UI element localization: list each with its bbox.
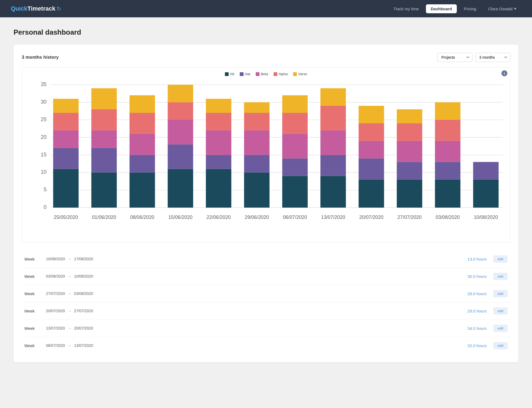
nav-user[interactable]: Clara Oswald ▾ bbox=[483, 4, 521, 13]
projects-select[interactable]: Projects bbox=[437, 53, 472, 62]
page-title: Personal dashboard bbox=[14, 28, 518, 37]
bar-verso-5 bbox=[244, 102, 270, 113]
brand-icon: ↻ bbox=[57, 5, 61, 12]
svg-text:15/06/2020: 15/06/2020 bbox=[168, 215, 192, 220]
week-dates-2: 27/07/2020 → 03/08/2020 bbox=[46, 291, 461, 296]
legend-beta-label: Beta bbox=[261, 72, 268, 76]
nav-links: Track my time Dashboard Pricing Clara Os… bbox=[389, 4, 521, 13]
bar-beta-2 bbox=[130, 134, 155, 155]
week-label-1: Week bbox=[24, 274, 46, 279]
week-edit-button-5[interactable]: edit bbox=[493, 342, 508, 349]
svg-text:03/08/2020: 03/08/2020 bbox=[436, 215, 460, 220]
brand-timetrack: Timetrack bbox=[27, 5, 55, 12]
svg-text:20: 20 bbox=[41, 134, 47, 140]
nav-pricing[interactable]: Pricing bbox=[459, 4, 481, 13]
svg-text:10/08/2020: 10/08/2020 bbox=[474, 215, 498, 220]
svg-text:20/07/2020: 20/07/2020 bbox=[359, 215, 383, 220]
nav-dashboard[interactable]: Dashboard bbox=[426, 4, 457, 13]
bar-beta-0 bbox=[53, 130, 78, 148]
svg-text:0: 0 bbox=[44, 204, 47, 210]
months-select[interactable]: 3 months 1 month 6 months bbox=[475, 53, 510, 62]
bar-hat-8 bbox=[359, 159, 384, 180]
bar-verso-3 bbox=[168, 85, 193, 102]
bar-hat-4 bbox=[206, 155, 231, 169]
bar-hat-9 bbox=[397, 162, 422, 180]
bar-beta-9 bbox=[397, 141, 422, 162]
bar-alpha-9 bbox=[397, 123, 422, 141]
svg-text:30: 30 bbox=[41, 99, 47, 105]
card-title: 3 months history bbox=[22, 55, 59, 60]
bar-hit-5 bbox=[244, 173, 270, 208]
svg-text:25/05/2020: 25/05/2020 bbox=[54, 215, 78, 220]
bar-hit-4 bbox=[206, 169, 231, 208]
week-edit-button-0[interactable]: edit bbox=[493, 255, 508, 263]
legend-hit: Hit bbox=[225, 72, 234, 76]
svg-text:22/06/2020: 22/06/2020 bbox=[206, 215, 231, 220]
week-edit-button-3[interactable]: edit bbox=[493, 307, 508, 315]
legend-alpha-label: Alpha bbox=[279, 72, 288, 76]
bar-alpha-3 bbox=[168, 102, 193, 120]
svg-text:25: 25 bbox=[41, 116, 47, 122]
week-dates-5: 06/07/2020 → 13/07/2020 bbox=[46, 343, 461, 348]
week-hours-0: 13.0 hours bbox=[461, 257, 493, 261]
bar-hit-2 bbox=[130, 173, 155, 208]
legend-verso-label: Verso bbox=[298, 72, 307, 76]
bar-beta-4 bbox=[206, 130, 231, 155]
week-label-4: Week bbox=[24, 326, 46, 331]
bar-beta-1 bbox=[91, 130, 117, 148]
bar-hit-9 bbox=[397, 180, 422, 208]
legend-beta-color bbox=[256, 72, 260, 76]
week-edit-button-4[interactable]: edit bbox=[493, 325, 508, 332]
week-hours-4: 34.0 hours bbox=[461, 326, 493, 331]
select-group: Projects 3 months 1 month 6 months bbox=[437, 53, 510, 62]
bar-beta-7 bbox=[320, 130, 346, 155]
bar-hit-6 bbox=[282, 176, 308, 208]
card-header: 3 months history Projects 3 months 1 mon… bbox=[22, 53, 510, 62]
bar-alpha-6 bbox=[282, 113, 308, 134]
nav-track-my-time[interactable]: Track my time bbox=[389, 4, 424, 13]
brand-quick: Quick bbox=[11, 5, 27, 12]
main-content: Personal dashboard 3 months history Proj… bbox=[0, 17, 532, 373]
bar-verso-0 bbox=[53, 99, 78, 113]
week-edit-button-1[interactable]: edit bbox=[493, 273, 508, 280]
bar-hat-7 bbox=[320, 155, 346, 176]
bar-chart: 0 5 10 15 20 25 30 35 bbox=[25, 80, 507, 238]
legend-hat-label: Hat bbox=[245, 72, 250, 76]
history-card: 3 months history Projects 3 months 1 mon… bbox=[14, 45, 518, 362]
week-dates-1: 03/08/2020 → 10/08/2020 bbox=[46, 274, 461, 278]
legend-alpha-color bbox=[274, 72, 277, 76]
bar-verso-1 bbox=[91, 88, 117, 109]
bar-hit-10 bbox=[435, 180, 460, 208]
svg-text:13/07/2020: 13/07/2020 bbox=[321, 215, 345, 220]
bar-hat-5 bbox=[244, 155, 270, 173]
table-row: Week 13/07/2020 → 20/07/2020 34.0 hours … bbox=[22, 320, 510, 337]
bar-hat-6 bbox=[282, 159, 308, 176]
week-hours-2: 28.0 hours bbox=[461, 291, 493, 296]
bar-verso-2 bbox=[130, 95, 155, 113]
week-label-3: Week bbox=[24, 309, 46, 313]
table-row: Week 20/07/2020 → 27/07/2020 29.0 hours … bbox=[22, 302, 510, 320]
bar-verso-9 bbox=[397, 109, 422, 123]
week-label-0: Week bbox=[24, 257, 46, 261]
table-row: Week 06/07/2020 → 13/07/2020 32.0 hours … bbox=[22, 337, 510, 354]
bar-verso-10 bbox=[435, 102, 460, 120]
bar-hat-3 bbox=[168, 144, 193, 169]
bar-hat-1 bbox=[91, 148, 117, 173]
week-edit-button-2[interactable]: edit bbox=[493, 290, 508, 297]
nav-user-name: Clara Oswald bbox=[488, 6, 513, 11]
bar-hat-0 bbox=[53, 148, 78, 169]
week-hours-3: 29.0 hours bbox=[461, 309, 493, 313]
legend-hat-color bbox=[240, 72, 244, 76]
week-dates-4: 13/07/2020 → 20/07/2020 bbox=[46, 326, 461, 330]
svg-text:27/07/2020: 27/07/2020 bbox=[398, 215, 422, 220]
bar-beta-10 bbox=[435, 141, 460, 162]
bar-alpha-10 bbox=[435, 120, 460, 141]
info-icon[interactable]: i bbox=[501, 70, 507, 76]
week-label-5: Week bbox=[24, 343, 46, 348]
navbar: Quick Timetrack ↻ Track my time Dashboar… bbox=[0, 0, 532, 17]
legend-hat: Hat bbox=[240, 72, 250, 76]
bar-alpha-2 bbox=[130, 113, 155, 134]
table-row: Week 03/08/2020 → 10/08/2020 30.0 hours … bbox=[22, 268, 510, 285]
bar-hit-7 bbox=[320, 176, 346, 208]
week-hours-1: 30.0 hours bbox=[461, 274, 493, 279]
